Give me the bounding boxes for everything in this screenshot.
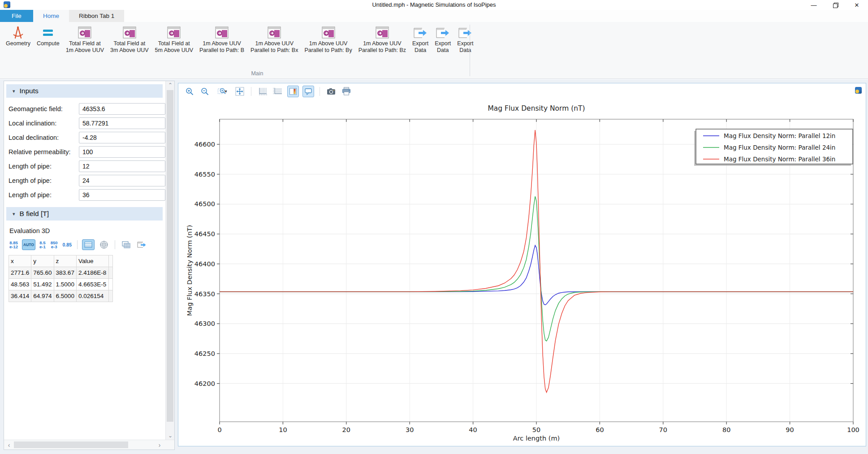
- total-field-1m-button[interactable]: Total Field at1m Above UUV: [63, 24, 107, 55]
- col-x[interactable]: x: [9, 255, 31, 267]
- ribbon-button-label-line1: Export: [457, 40, 473, 47]
- model-window-icon: [215, 26, 229, 39]
- scroll-down-icon[interactable]: ⌄: [166, 432, 175, 440]
- ribbon-button-label-line2: 1m Above UUV: [66, 47, 104, 53]
- color-legend-icon: [289, 87, 297, 95]
- export-table-button[interactable]: [135, 239, 148, 250]
- vertical-scroll-thumb[interactable]: [167, 90, 173, 422]
- y-axis-grid-icon: [273, 87, 283, 96]
- ribbon: Geometry Compute: [0, 22, 868, 79]
- scroll-left-icon[interactable]: ‹: [4, 441, 14, 449]
- total-field-5m-button[interactable]: Total Field at5m Above UUV: [152, 24, 196, 55]
- toolbar-separator: [115, 240, 115, 249]
- toolbar-separator: [320, 87, 320, 96]
- plot-canvas[interactable]: 0102030405060708090100462004625046300463…: [178, 98, 865, 445]
- zoom-in-button[interactable]: [184, 86, 195, 97]
- pipe-length-36-input[interactable]: [79, 189, 165, 201]
- ribbon-button-label-line1: Export: [412, 40, 428, 47]
- compute-equals-icon: [41, 26, 55, 39]
- relative-permeability-row: Relative permeability:: [9, 146, 161, 158]
- parallel-path-b-button[interactable]: 1m Above UUVParallel to Path: B: [196, 24, 247, 55]
- x-tick-label: 40: [469, 426, 477, 433]
- tab-file[interactable]: File: [0, 10, 33, 22]
- copy-table-button[interactable]: [120, 239, 132, 250]
- y-tick-label: 46400: [194, 260, 215, 268]
- zoom-dropdown-caret-icon[interactable]: ▾: [225, 89, 227, 94]
- ribbon-button-label-line2: Parallel to Path: Bx: [250, 47, 298, 53]
- local-declination-row: Local declination:: [9, 132, 161, 143]
- restore-button[interactable]: [830, 0, 840, 9]
- table-row[interactable]: 48.563 51.492 1.5000 4.6653E-5: [9, 279, 113, 290]
- horizontal-scroll-thumb[interactable]: [14, 441, 128, 448]
- precision-sci-button[interactable]: 8.85 e-12: [9, 240, 19, 249]
- export-data-button-2[interactable]: ExportData: [432, 24, 454, 55]
- pipe-length-12-label: Length of pipe:: [9, 163, 52, 170]
- minimize-button[interactable]: —: [809, 0, 819, 9]
- zoom-extents-icon: [235, 86, 245, 96]
- zoom-out-button[interactable]: [199, 86, 211, 97]
- pipe-length-24-input[interactable]: [79, 175, 165, 186]
- pipe-length-12-input[interactable]: [79, 160, 165, 172]
- compute-button[interactable]: Compute: [34, 24, 63, 48]
- parallel-path-by-button[interactable]: 1m Above UUVParallel to Path: By: [301, 24, 355, 55]
- precision-milli-button[interactable]: 850 e-3: [50, 240, 59, 249]
- settings-panel: ▾ Inputs Geomagnetic field: Local inclin…: [4, 81, 175, 450]
- copy-table-icon: [121, 241, 130, 249]
- precision-decimal-button[interactable]: 0.85: [62, 242, 73, 247]
- precision-eng-button[interactable]: 8.5 e-1: [39, 240, 47, 249]
- ribbon-button-label-line2: Parallel to Path: Bz: [358, 47, 406, 53]
- parallel-path-bz-button[interactable]: 1m Above UUVParallel to Path: Bz: [355, 24, 409, 55]
- ribbon-button-label-line1: 1m Above UUV: [309, 40, 347, 47]
- pipe-length-12-row: Length of pipe:: [9, 160, 161, 172]
- parallel-path-bx-button[interactable]: 1m Above UUVParallel to Path: Bx: [247, 24, 301, 55]
- ribbon-button-label-line1: Total Field at: [69, 40, 101, 47]
- export-data-button-3[interactable]: ExportData: [454, 24, 476, 55]
- plot-window-flag-icon[interactable]: [855, 87, 862, 94]
- tab-home[interactable]: Home: [33, 10, 69, 22]
- evaluation-3d-label: Evaluation 3D: [9, 227, 50, 234]
- local-declination-label: Local declination:: [9, 134, 59, 141]
- relative-permeability-input[interactable]: [79, 146, 165, 158]
- image-snapshot-button[interactable]: [325, 86, 337, 97]
- x-tick-label: 50: [532, 426, 540, 433]
- local-inclination-input[interactable]: [79, 117, 165, 129]
- y-axis-grid-button[interactable]: [272, 86, 284, 97]
- scroll-up-icon[interactable]: ⌃: [166, 81, 175, 89]
- minimize-icon: —: [811, 2, 817, 9]
- col-y[interactable]: y: [31, 255, 54, 267]
- title-bar: Untitled.mph - Magnetic Simulations of I…: [0, 0, 868, 10]
- pipe-length-36-row: Length of pipe:: [9, 189, 161, 201]
- sphere-view-button[interactable]: [98, 239, 110, 250]
- x-axis-grid-button[interactable]: [257, 86, 268, 97]
- scroll-right-icon[interactable]: ›: [155, 441, 164, 449]
- col-value[interactable]: Value: [76, 255, 108, 267]
- table-view-button[interactable]: [82, 239, 95, 250]
- col-filler: [108, 255, 112, 267]
- restore-icon: [833, 3, 838, 7]
- zoom-extents-button[interactable]: [234, 86, 246, 97]
- legend-entry-label: Mag Flux Density Norm: Parallel 36in: [724, 156, 835, 163]
- zoom-box-button[interactable]: ▾: [214, 86, 230, 97]
- col-z[interactable]: z: [54, 255, 76, 267]
- table-row[interactable]: 2771.6 765.60 383.67 2.4186E-8: [9, 267, 113, 279]
- tab-ribbon-tab-1[interactable]: Ribbon Tab 1: [69, 10, 124, 22]
- x-axis-label: Arc length (m): [513, 435, 560, 442]
- bfield-section-header[interactable]: ▾ B field [T]: [6, 207, 163, 221]
- ribbon-button-label-line2: Parallel to Path: B: [199, 47, 244, 53]
- geometry-button[interactable]: Geometry: [3, 24, 34, 48]
- color-legend-toggle[interactable]: [287, 86, 299, 97]
- tooltip-toggle[interactable]: [302, 86, 314, 97]
- print-button[interactable]: [341, 86, 352, 97]
- local-declination-input[interactable]: [79, 132, 165, 143]
- ribbon-button-label-line1: 1m Above UUV: [203, 40, 241, 47]
- local-inclination-row: Local inclination:: [9, 117, 161, 129]
- close-button[interactable]: ✕: [852, 0, 862, 9]
- inputs-section-header[interactable]: ▾ Inputs: [6, 84, 163, 98]
- panel-vertical-scrollbar[interactable]: ⌃ ⌄: [165, 81, 174, 440]
- total-field-3m-button[interactable]: Total Field at3m Above UUV: [107, 24, 151, 55]
- geomagnetic-field-input[interactable]: [79, 103, 165, 115]
- panel-horizontal-scrollbar[interactable]: ‹ ›: [4, 440, 174, 450]
- export-data-button-1[interactable]: ExportData: [409, 24, 432, 55]
- auto-notation-button[interactable]: AUTO: [22, 239, 35, 250]
- table-row[interactable]: 36.414 64.974 6.5000 0.026154: [9, 290, 113, 302]
